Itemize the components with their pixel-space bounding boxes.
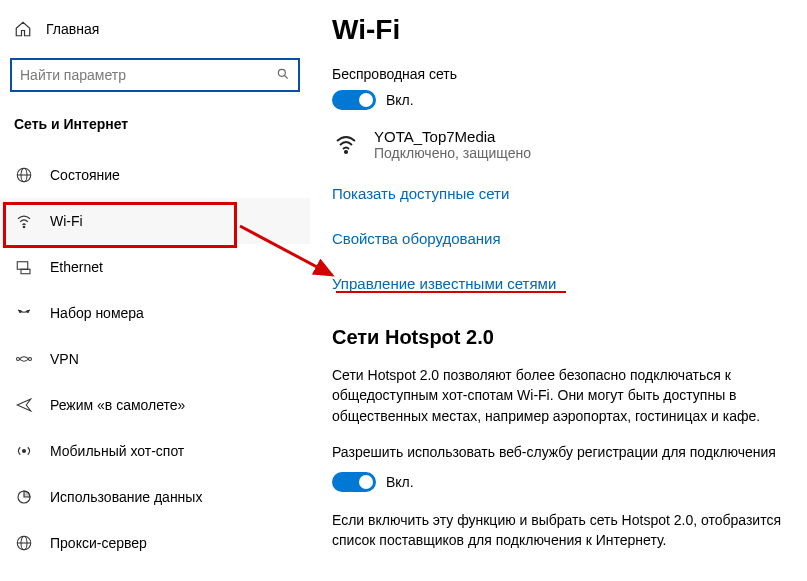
- search-icon: [276, 67, 290, 84]
- svg-rect-7: [21, 269, 30, 274]
- link-hardware-properties[interactable]: Свойства оборудования: [332, 230, 785, 247]
- svg-point-5: [23, 226, 25, 228]
- hotspot-icon: [14, 442, 34, 460]
- sidebar-item-label: Wi-Fi: [50, 213, 83, 229]
- airplane-icon: [14, 396, 34, 414]
- sidebar-item-wifi[interactable]: Wi-Fi: [0, 198, 310, 244]
- sidebar-item-label: Набор номера: [50, 305, 144, 321]
- hotspot-toggle-state: Вкл.: [386, 474, 414, 490]
- globe-icon: [14, 166, 34, 184]
- sidebar-item-label: Состояние: [50, 167, 120, 183]
- sidebar-item-proxy[interactable]: Прокси-сервер: [0, 520, 310, 566]
- svg-point-9: [27, 311, 29, 313]
- wireless-label: Беспроводная сеть: [332, 66, 785, 82]
- svg-line-1: [285, 75, 288, 78]
- sidebar-item-label: Режим «в самолете»: [50, 397, 185, 413]
- data-usage-icon: [14, 488, 34, 506]
- sidebar-item-label: Использование данных: [50, 489, 202, 505]
- hotspot-heading: Сети Hotspot 2.0: [332, 326, 785, 349]
- hotspot-registration-toggle[interactable]: [332, 472, 376, 492]
- wifi-icon: [14, 212, 34, 230]
- sidebar-item-status[interactable]: Состояние: [0, 152, 310, 198]
- proxy-icon: [14, 534, 34, 552]
- sidebar: Главная Сеть и Интернет Состояние: [0, 0, 310, 581]
- wifi-toggle[interactable]: [332, 90, 376, 110]
- wifi-signal-icon: [332, 133, 360, 157]
- network-name: YOTA_Top7Media: [374, 128, 531, 145]
- sidebar-item-label: Мобильный хот-спот: [50, 443, 184, 459]
- hotspot-description: Сети Hotspot 2.0 позволяют более безопас…: [332, 365, 785, 426]
- link-manage-known-networks[interactable]: Управление известными сетями: [332, 275, 785, 292]
- section-title: Сеть и Интернет: [0, 110, 310, 144]
- search-input-wrap[interactable]: [10, 58, 300, 92]
- svg-point-0: [278, 69, 285, 76]
- nav-list: Состояние Wi-Fi Ethernet Набор номера: [0, 144, 310, 566]
- link-show-available[interactable]: Показать доступные сети: [332, 185, 785, 202]
- sidebar-item-label: VPN: [50, 351, 79, 367]
- vpn-icon: [14, 350, 34, 368]
- sidebar-item-data-usage[interactable]: Использование данных: [0, 474, 310, 520]
- dialup-icon: [14, 304, 34, 322]
- hotspot-allow-label: Разрешить использовать веб-службу регист…: [332, 442, 785, 462]
- svg-point-10: [17, 358, 20, 361]
- sidebar-item-ethernet[interactable]: Ethernet: [0, 244, 310, 290]
- home-nav[interactable]: Главная: [0, 18, 310, 52]
- home-icon: [14, 20, 32, 38]
- ethernet-icon: [14, 258, 34, 276]
- sidebar-item-label: Прокси-сервер: [50, 535, 147, 551]
- sidebar-item-airplane[interactable]: Режим «в самолете»: [0, 382, 310, 428]
- hotspot-note: Если включить эту функцию и выбрать сеть…: [332, 510, 785, 551]
- content-pane: Wi-Fi Беспроводная сеть Вкл. YOTA_Top7Me…: [310, 0, 807, 581]
- sidebar-item-hotspot[interactable]: Мобильный хот-спот: [0, 428, 310, 474]
- sidebar-item-label: Ethernet: [50, 259, 103, 275]
- svg-point-8: [19, 311, 21, 313]
- wifi-toggle-state: Вкл.: [386, 92, 414, 108]
- svg-rect-6: [17, 262, 28, 270]
- home-label: Главная: [46, 21, 99, 37]
- svg-point-12: [23, 450, 26, 453]
- page-title: Wi-Fi: [332, 14, 785, 46]
- svg-point-17: [345, 150, 347, 152]
- sidebar-item-vpn[interactable]: VPN: [0, 336, 310, 382]
- search-input[interactable]: [20, 67, 276, 83]
- network-status: Подключено, защищено: [374, 145, 531, 161]
- svg-point-11: [29, 358, 32, 361]
- current-network[interactable]: YOTA_Top7Media Подключено, защищено: [332, 128, 785, 161]
- sidebar-item-dialup[interactable]: Набор номера: [0, 290, 310, 336]
